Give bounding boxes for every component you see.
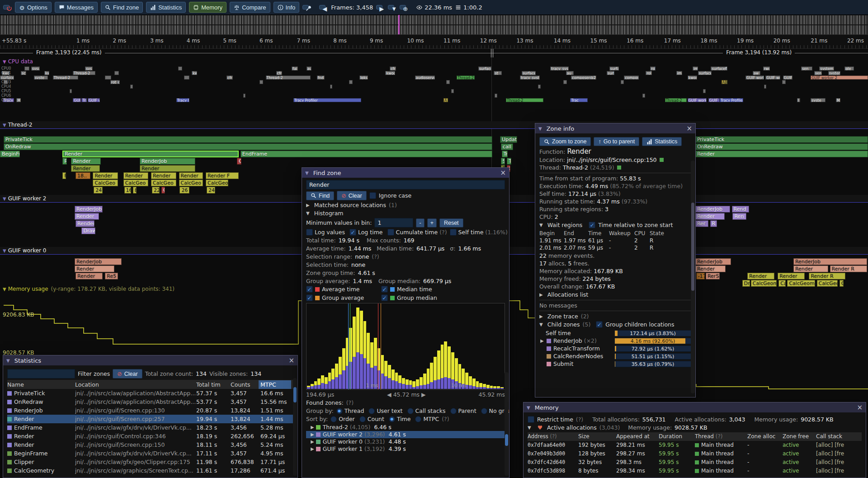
cpu-segment[interactable]: surfacefl <box>698 71 712 75</box>
cpu-segment[interactable]: fai <box>292 66 297 71</box>
zone-bar[interactable]: R <box>62 158 67 165</box>
hint-icon[interactable]: (?) <box>372 253 379 260</box>
cpu-segment[interactable] <box>764 85 767 89</box>
cpu-segment[interactable]: composer@ <box>624 76 639 80</box>
allocation-row[interactable]: 0x7dfaa64e00 192 bytes 298.21 ms 59.95 s… <box>528 441 862 450</box>
cpu-segment[interactable]: Tracy Profiler <box>720 98 743 102</box>
zone-bar[interactable]: R <box>710 220 717 227</box>
cpu-segment[interactable]: M <box>836 98 840 102</box>
cpu-segment[interactable]: surfac <box>609 66 619 71</box>
zone-info-window-titlebar[interactable]: ▼Zone info× <box>535 123 695 133</box>
cpu-data-header[interactable]: ▼CPU data <box>3 58 33 65</box>
zone-statistics-button[interactable]: Statistics <box>642 137 682 146</box>
zone-bar[interactable]: Render <box>123 172 149 179</box>
hint-icon[interactable]: (?) <box>346 399 354 406</box>
cpu-segment[interactable]: system_is <box>819 66 834 71</box>
cpu-segment[interactable]: syste <box>34 76 48 80</box>
zone-bar[interactable]: Render <box>71 165 99 172</box>
zone-bar[interactable]: RenderJob <box>695 206 730 213</box>
cpu-segment[interactable] <box>130 85 133 89</box>
found-zone-group[interactable]: ▶ GUIF worker 1 (3,192) 4.39 s <box>306 445 505 453</box>
allocations-list-header[interactable]: ▶Allocations list <box>539 291 691 298</box>
cpu-segment[interactable]: GUIF <box>73 98 80 102</box>
cpu-segment[interactable] <box>105 76 111 80</box>
clear-filter-button[interactable]: ⊘Clear <box>113 369 142 379</box>
zone-bar[interactable]: 24 <box>207 187 215 194</box>
cpu-segment[interactable]: GUIF worke <box>765 76 780 80</box>
tools-button[interactable] <box>302 5 309 9</box>
cpu-segment[interactable]: A8 <box>722 80 727 84</box>
cpu-segment[interactable]: gle <box>844 66 854 71</box>
cpu-segment[interactable]: rworke <box>763 66 770 71</box>
radio-option[interactable]: ●Time <box>389 416 411 422</box>
cpu-segment[interactable]: system-ser <box>828 71 840 75</box>
histogram-section-header[interactable]: ▼Histogram <box>306 210 505 217</box>
memory-usage-header[interactable]: ▼Memory usage(y-range: 178.27 KB, visibl… <box>3 286 175 292</box>
cpu-segment[interactable]: au <box>307 66 312 71</box>
table-row[interactable]: Render jni/../jni/src/guif/Screen.cpp:15… <box>7 440 293 449</box>
cpu-segment[interactable]: st <box>494 71 501 75</box>
cpu-segment[interactable]: kwoc <box>385 71 395 75</box>
cpu-segment[interactable]: composer@2.1-se [HW <box>571 76 596 80</box>
child-zone-row[interactable]: Submit 35.63 μs (0.79%) <box>539 360 691 368</box>
found-zone-group[interactable]: ▶ GUIF worker 0 (3,231) 4.48 s <box>306 438 505 445</box>
zone-bar[interactable]: Ca <box>778 280 785 287</box>
messages-button[interactable]: Messages <box>55 2 98 13</box>
cpu-segment[interactable]: Thread-2 <box>73 71 95 75</box>
zone-bar[interactable]: RerS <box>706 273 720 279</box>
zone-bar[interactable]: Render <box>747 273 774 279</box>
restrict-time-checkbox[interactable] <box>528 416 534 423</box>
zone-bar[interactable]: CalcGeo <box>123 180 149 186</box>
zone-bar[interactable]: EndFrame <box>241 151 492 157</box>
scrollbar-thumb[interactable] <box>293 387 297 402</box>
table-row[interactable]: PrivateTick jni/../jni/src/claw/applicat… <box>7 389 293 398</box>
memory-button[interactable]: Memory <box>189 2 226 13</box>
zone-bar[interactable]: CalcGeo <box>817 280 838 287</box>
zone-bar[interactable]: C <box>237 158 241 165</box>
table-row[interactable]: CalcGeometry jni/../jni/src/claw/graphic… <box>7 466 293 475</box>
close-icon[interactable]: × <box>288 357 294 364</box>
cpu-segment[interactable]: sen <box>801 66 812 71</box>
cpu-segment[interactable]: A <box>443 98 448 102</box>
statistics-button[interactable]: Statistics <box>146 2 186 13</box>
zone-bar[interactable]: OnRedraw <box>695 143 868 150</box>
zone-bar[interactable]: OnRedraw <box>4 143 492 150</box>
cpu-segment[interactable]: surfacef <box>478 66 491 71</box>
cpu-segment[interactable]: sc <box>21 71 26 75</box>
cpu-segment[interactable] <box>563 80 567 84</box>
zone-bar[interactable]: F <box>62 172 66 179</box>
legend-checkbox[interactable]: ✓Group average <box>306 294 369 301</box>
found-zone-group[interactable]: ▶ Thread-2 (4,105) 6.46 s <box>306 424 505 431</box>
cpu-segment[interactable] <box>621 80 624 84</box>
cpu-segment[interactable]: im <box>676 71 682 75</box>
compare-button[interactable]: Compare <box>230 2 270 13</box>
cpu-segment[interactable]: sens <box>814 71 822 75</box>
zone-search-input[interactable] <box>306 180 505 189</box>
cpu-segment[interactable] <box>330 85 333 89</box>
zone-bar[interactable]: Render <box>75 213 99 220</box>
cpu-segment[interactable]: syste <box>811 98 826 102</box>
option-checkbox[interactable]: Cumulate time(?) <box>387 229 447 236</box>
cpu-segment[interactable]: kw <box>192 71 197 75</box>
radio-option[interactable]: Count <box>359 416 384 422</box>
group-children-checkbox[interactable]: ✓ <box>596 321 603 328</box>
cpu-segment[interactable] <box>451 89 454 93</box>
zone-bar[interactable]: RenderJob <box>793 258 867 265</box>
zone-bar[interactable]: -17 <box>696 273 705 279</box>
cpu-segment[interactable]: surfac <box>607 71 614 75</box>
option-checkbox[interactable]: ✓Log time <box>349 229 385 236</box>
child-zones-header[interactable]: ▼Child zones(5)✓Group children locations <box>539 321 691 328</box>
zone-bar[interactable]: Draw <box>81 227 95 234</box>
close-icon[interactable]: × <box>857 404 863 411</box>
time-ruler[interactable]: +55.83 s1 ms2 ms3 ms4 ms5 ms6 ms7 ms8 ms… <box>0 35 868 49</box>
zone-bar[interactable]: Render <box>62 151 239 157</box>
zone-bar[interactable]: RenderJob <box>75 258 122 265</box>
zone-bar[interactable]: CalcGeomet <box>787 280 815 287</box>
cpu-segment[interactable]: GUIF w <box>708 98 720 102</box>
histogram-plot[interactable]: 1 ms 10 ms <box>306 303 505 390</box>
zone-bar[interactable]: CalcGeo <box>93 180 118 186</box>
zone-bar[interactable]: 22 <box>152 187 160 194</box>
cpu-segment[interactable] <box>703 89 706 93</box>
zone-bar[interactable]: Render <box>179 172 203 179</box>
radio-option[interactable]: ●Thread <box>336 407 364 414</box>
